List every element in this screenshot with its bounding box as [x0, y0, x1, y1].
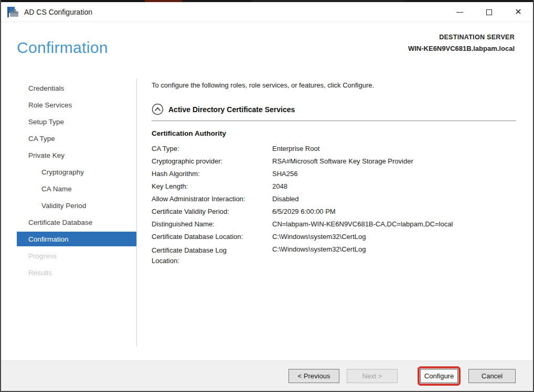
title-bar: AD CS Configuration ✕ — [1, 2, 533, 22]
row-value: 6/5/2029 6:00:00 PM — [272, 208, 516, 215]
row-label: Key Length: — [152, 182, 272, 190]
row-label: Allow Administrator Interaction: — [152, 195, 272, 203]
wizard-steps-sidebar: Credentials Role Services Setup Type CA … — [1, 80, 136, 281]
sidebar-item-ca-name[interactable]: CA Name — [17, 180, 136, 197]
configure-button[interactable]: Configure — [420, 369, 458, 383]
row-label: Cryptographic provider: — [152, 157, 272, 165]
sidebar-item-confirmation[interactable]: Confirmation — [17, 232, 136, 246]
destination-server-block: DESTINATION SERVER WIN-KE6N9VC681B.labpa… — [408, 34, 515, 52]
table-row: CA Type: Enterprise Root — [152, 142, 516, 155]
table-row: Certificate Validity Period: 6/5/2029 6:… — [152, 205, 516, 217]
row-value: C:\Windows\system32\CertLog — [272, 233, 516, 241]
window-title: AD CS Configuration — [24, 8, 92, 16]
cancel-button[interactable]: Cancel — [468, 369, 516, 383]
adcs-configuration-window: AD CS Configuration ✕ Confirmation DESTI… — [0, 0, 534, 392]
wizard-footer: < Previous Next > Configure Cancel — [1, 361, 533, 391]
row-label: CA Type: — [152, 145, 272, 153]
row-label: Certificate Validity Period: — [152, 208, 272, 215]
table-row: Hash Algorithm: SHA256 — [152, 167, 516, 180]
sidebar-item-results: Results — [17, 264, 136, 281]
destination-server-name: WIN-KE6N9VC681B.labpam.local — [408, 45, 515, 52]
table-row: Key Length: 2048 — [152, 180, 516, 192]
row-value: SHA256 — [272, 170, 516, 178]
chevron-up-circle-icon[interactable] — [152, 103, 164, 115]
window-controls: ✕ — [445, 2, 533, 22]
row-label: Hash Algorithm: — [152, 170, 272, 178]
sidebar-item-progress: Progress — [17, 247, 136, 264]
row-label: Certificate Database Location: — [152, 233, 272, 241]
group-title: Certification Authority — [152, 129, 516, 137]
configure-highlight-annotation: Configure — [418, 366, 461, 386]
wizard-body: Credentials Role Services Setup Type CA … — [1, 73, 533, 361]
page-title: Confirmation — [17, 39, 108, 57]
sidebar-item-ca-type[interactable]: CA Type — [17, 130, 136, 147]
table-row: Certificate Database Location: C:\Window… — [152, 230, 516, 243]
maximize-icon — [486, 9, 492, 15]
sidebar-item-private-key[interactable]: Private Key — [17, 147, 136, 164]
row-value: CN=labpam-WIN-KE6N9VC681B-CA,DC=labpam,D… — [272, 220, 516, 228]
minimize-icon — [456, 12, 463, 13]
sidebar-item-credentials[interactable]: Credentials — [17, 80, 136, 96]
close-button[interactable]: ✕ — [504, 2, 533, 22]
row-value: 2048 — [272, 182, 516, 190]
sidebar-item-setup-type[interactable]: Setup Type — [17, 113, 136, 130]
minimize-button[interactable] — [445, 2, 474, 22]
collapsible-section-header[interactable]: Active Directory Certificate Services — [152, 103, 516, 115]
section-divider — [152, 121, 516, 121]
row-label: Certificate Database Log Location: — [152, 245, 242, 267]
next-button[interactable]: Next > — [347, 369, 398, 383]
configuration-summary: CA Type: Enterprise Root Cryptographic p… — [152, 142, 516, 269]
section-title: Active Directory Certificate Services — [168, 105, 295, 114]
confirmation-content: To configure the following roles, role s… — [152, 73, 516, 269]
close-icon: ✕ — [515, 8, 521, 16]
row-value: RSA#Microsoft Software Key Storage Provi… — [272, 157, 516, 165]
destination-server-label: DESTINATION SERVER — [408, 34, 515, 41]
sidebar-separator — [136, 79, 137, 346]
sidebar-item-validity-period[interactable]: Validity Period — [17, 197, 136, 214]
row-label: Distinguished Name: — [152, 220, 272, 228]
row-value: C:\Windows\system32\CertLog — [272, 245, 516, 267]
previous-button[interactable]: < Previous — [289, 369, 339, 383]
maximize-button[interactable] — [474, 2, 504, 22]
table-row: Distinguished Name: CN=labpam-WIN-KE6N9V… — [152, 217, 516, 230]
server-manager-icon — [6, 6, 20, 18]
table-row: Allow Administrator Interaction: Disable… — [152, 192, 516, 205]
table-row: Cryptographic provider: RSA#Microsoft So… — [152, 155, 516, 167]
sidebar-item-cryptography[interactable]: Cryptography — [17, 164, 136, 180]
sidebar-item-role-services[interactable]: Role Services — [17, 96, 136, 113]
wizard-header: Confirmation DESTINATION SERVER WIN-KE6N… — [1, 22, 533, 73]
instruction-text: To configure the following roles, role s… — [152, 73, 516, 89]
table-row: Certificate Database Log Location: C:\Wi… — [152, 243, 516, 269]
row-value: Enterprise Root — [272, 145, 516, 153]
row-value: Disabled — [272, 195, 516, 203]
sidebar-item-certificate-database[interactable]: Certificate Database — [17, 214, 136, 231]
